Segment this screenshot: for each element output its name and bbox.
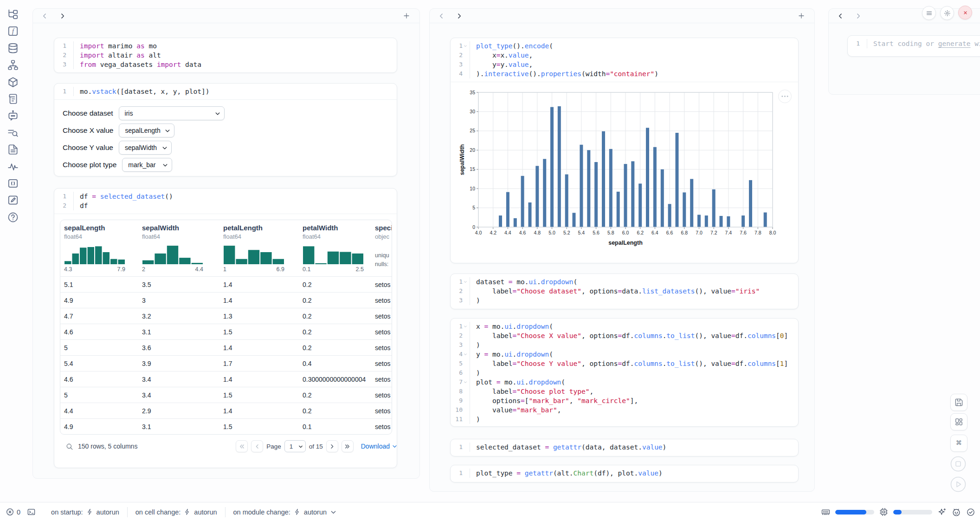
status-bar: 0 on startup: autorun on cell change: au… bbox=[0, 502, 980, 521]
ai-chat-icon[interactable] bbox=[7, 110, 19, 122]
save-button[interactable] bbox=[950, 394, 967, 411]
cell-dataframe[interactable]: 12df = selected_dataset()df sepalLengthf… bbox=[54, 188, 397, 468]
code-editor[interactable]: plot_type().encode( x=x.value, y=y.value… bbox=[470, 41, 798, 78]
code-editor[interactable]: plot_type = getattr(alt.Chart(df), plot.… bbox=[470, 469, 798, 478]
column-next-icon[interactable] bbox=[59, 13, 66, 20]
terminal-button[interactable] bbox=[27, 508, 36, 516]
line-numbers: 12 bbox=[56, 192, 71, 210]
add-cell-icon[interactable] bbox=[403, 12, 410, 20]
column-next-icon[interactable] bbox=[855, 13, 862, 20]
choose-dataset-select[interactable]: iris bbox=[119, 106, 225, 120]
last-page-button[interactable] bbox=[342, 440, 354, 452]
help-icon[interactable] bbox=[7, 211, 19, 223]
code-editor[interactable]: selected_dataset = getattr(data, dataset… bbox=[470, 443, 798, 452]
vstack-output: Choose datasetirisChoose X valuesepalLen… bbox=[54, 100, 397, 176]
file-tree-icon[interactable] bbox=[7, 8, 19, 20]
chart-menu-icon[interactable] bbox=[778, 90, 792, 103]
svg-text:7.8: 7.8 bbox=[754, 230, 761, 235]
scratchpad-pen-icon[interactable] bbox=[7, 194, 19, 206]
choose-x-value-select[interactable]: sepalLength bbox=[119, 124, 174, 137]
table-column-header[interactable]: petalWidthfloat640.12.5 bbox=[299, 224, 371, 273]
dropdown-label: Choose Y value bbox=[63, 143, 113, 152]
svg-text:6.8: 6.8 bbox=[681, 230, 688, 235]
page-select[interactable]: 1 bbox=[284, 440, 306, 452]
github-icon[interactable] bbox=[952, 508, 961, 517]
layout-button[interactable] bbox=[950, 413, 967, 430]
keyboard-shortcuts-button[interactable]: ⌘ bbox=[950, 435, 967, 452]
choose-y-value-select[interactable]: sepalWidth bbox=[119, 141, 172, 155]
prev-page-button[interactable] bbox=[251, 440, 263, 452]
dropdown-label: Choose dataset bbox=[63, 109, 113, 117]
code-editor[interactable]: dataset = mo.ui.dropdown( label="Choose … bbox=[470, 277, 798, 305]
editor-placeholder: Start coding or generate with bbox=[873, 39, 980, 48]
svg-text:5.0: 5.0 bbox=[548, 230, 555, 235]
table-column-header[interactable]: speciobjecuniqunulls: bbox=[371, 224, 392, 273]
cell-dataset-dropdown[interactable]: 123dataset = mo.ui.dropdown( label="Choo… bbox=[450, 274, 799, 309]
svg-text:0: 0 bbox=[472, 224, 475, 230]
choose-plot-type-select[interactable]: mark_bar bbox=[122, 158, 172, 172]
scratchpad-scroll-icon[interactable] bbox=[7, 93, 19, 105]
svg-text:10: 10 bbox=[470, 186, 475, 191]
cpu-usage-meter bbox=[893, 510, 932, 514]
sepal-bar-chart[interactable]: 4.04.24.44.64.85.05.25.45.65.86.06.26.46… bbox=[458, 89, 798, 251]
ram-usage-meter bbox=[835, 510, 874, 514]
column-1-header bbox=[33, 9, 419, 23]
on-module-change-mode[interactable]: on module change: autorun bbox=[225, 507, 345, 517]
cell-plot-type[interactable]: 1plot_type = getattr(alt.Chart(df), plot… bbox=[450, 465, 799, 482]
error-count-indicator[interactable]: 0 bbox=[6, 508, 20, 516]
on-cell-change-mode[interactable]: on cell change: autorun bbox=[127, 507, 225, 517]
column-prev-icon[interactable] bbox=[41, 13, 48, 20]
table-column-header[interactable]: petalLengthfloat6416.9 bbox=[219, 224, 299, 273]
code-editor[interactable]: df = selected_dataset()df bbox=[73, 192, 397, 210]
svg-text:7.0: 7.0 bbox=[696, 230, 703, 235]
database-icon[interactable] bbox=[7, 42, 19, 54]
first-page-button[interactable] bbox=[236, 440, 248, 452]
dropdown-label: Choose plot type bbox=[63, 161, 116, 169]
notebook-menu-button[interactable] bbox=[922, 6, 936, 20]
column-next-icon[interactable] bbox=[456, 13, 463, 20]
code-editor[interactable]: x = mo.ui.dropdown( label="Choose X valu… bbox=[470, 322, 798, 424]
tracing-icon[interactable] bbox=[7, 161, 19, 173]
snippets-icon[interactable] bbox=[7, 177, 19, 189]
next-page-button[interactable] bbox=[326, 440, 338, 452]
svg-text:25: 25 bbox=[470, 128, 475, 133]
svg-text:5.4: 5.4 bbox=[578, 230, 585, 235]
table-column-header[interactable]: sepalLengthfloat644.37.9 bbox=[60, 224, 138, 273]
cell-plot[interactable]: 1234plot_type().encode( x=x.value, y=y.v… bbox=[450, 38, 799, 263]
shutdown-button[interactable] bbox=[958, 6, 972, 20]
on-startup-mode[interactable]: on startup: autorun bbox=[43, 507, 127, 517]
column-prev-icon[interactable] bbox=[438, 13, 445, 20]
cell-imports[interactable]: 123import marimo as moimport altair as a… bbox=[54, 38, 397, 73]
documentation-icon[interactable] bbox=[7, 143, 19, 156]
run-all-button[interactable] bbox=[950, 476, 966, 492]
settings-button[interactable] bbox=[940, 6, 954, 20]
interrupt-button[interactable] bbox=[950, 456, 966, 472]
packages-icon[interactable] bbox=[7, 76, 19, 88]
line-numbers: 123 bbox=[452, 277, 468, 305]
chevron-down-icon bbox=[330, 509, 336, 515]
code-editor[interactable]: mo.vstack([dataset, x, y, plot]) bbox=[73, 87, 397, 96]
connection-status-icon[interactable] bbox=[966, 508, 975, 517]
code-editor[interactable]: import marimo as moimport altair as altf… bbox=[73, 41, 397, 69]
line-numbers: 1 bbox=[452, 469, 468, 478]
cell-xy-plot-dropdowns[interactable]: 1234567891011x = mo.ui.dropdown( label="… bbox=[450, 318, 799, 427]
table-column-header[interactable]: sepalWidthfloat6424.4 bbox=[138, 224, 219, 273]
variables-icon[interactable]: f bbox=[7, 25, 19, 37]
table-header-row: sepalLengthfloat644.37.9sepalWidthfloat6… bbox=[60, 220, 392, 276]
add-cell-icon[interactable] bbox=[798, 12, 805, 20]
svg-text:5.6: 5.6 bbox=[593, 230, 600, 235]
dataframe-table: sepalLengthfloat644.37.9sepalWidthfloat6… bbox=[60, 220, 392, 435]
generate-with-ai-link[interactable]: generate bbox=[938, 40, 971, 47]
outline-search-icon[interactable] bbox=[7, 127, 19, 139]
table-search-icon[interactable] bbox=[65, 443, 73, 450]
dependency-graph-icon[interactable] bbox=[7, 59, 19, 71]
svg-text:f: f bbox=[12, 27, 15, 35]
line-numbers: 1 bbox=[452, 443, 468, 452]
download-button[interactable]: Download bbox=[361, 443, 397, 450]
cell-vstack[interactable]: 1mo.vstack([dataset, x, y, plot]) Choose… bbox=[54, 83, 397, 176]
cpu-icon bbox=[879, 508, 888, 516]
cell-selected-dataset[interactable]: 1selected_dataset = getattr(data, datase… bbox=[450, 439, 799, 456]
ai-assistant-icon[interactable] bbox=[937, 508, 947, 517]
cell-empty[interactable]: 1 Start coding or generate with bbox=[847, 35, 980, 57]
column-prev-icon[interactable] bbox=[837, 13, 844, 20]
